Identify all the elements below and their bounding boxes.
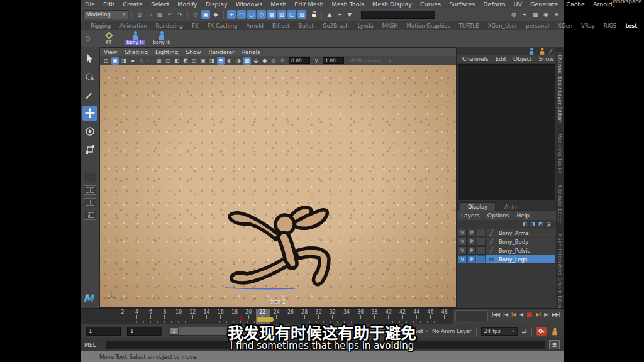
menu-item[interactable]: Surfaces xyxy=(449,1,475,8)
menu-item[interactable]: Display xyxy=(206,1,228,8)
snap-icon[interactable]: ◇ xyxy=(257,10,266,19)
menu-item[interactable]: Mesh Display xyxy=(372,1,412,8)
playback-button[interactable]: |◀ xyxy=(503,312,508,317)
exposure-field[interactable]: 0.00 xyxy=(289,57,310,64)
playback-button[interactable]: ■ xyxy=(526,311,532,318)
menu-item[interactable]: File xyxy=(85,1,95,8)
shelf-item-ft[interactable]: FT xyxy=(97,31,120,45)
history-icon[interactable]: ▼ xyxy=(345,10,354,19)
timeline-frame[interactable]: 2 xyxy=(116,309,130,324)
shelf-tab[interactable]: test xyxy=(625,23,637,29)
viewport-icon[interactable]: ▩ xyxy=(243,57,251,65)
shelf-tab[interactable]: MASH xyxy=(382,23,398,29)
viewport-icon[interactable]: ◫ xyxy=(191,57,198,65)
snap-icon[interactable]: + xyxy=(227,10,236,19)
layer-row[interactable]: V P ╱ Bony_Body xyxy=(458,238,555,246)
channel-box-menu-item[interactable]: Object xyxy=(513,56,531,62)
timeline-frame[interactable]: 8 xyxy=(158,309,172,324)
shelf-item-bony-ik-2[interactable]: bony ik xyxy=(150,31,173,45)
file-toolbar-icon[interactable]: ↶ xyxy=(165,10,174,19)
viewport-icon[interactable]: ◇ xyxy=(138,57,145,65)
viewport-icon[interactable]: ◓ xyxy=(217,57,225,65)
snap-icon[interactable]: ▦ xyxy=(267,10,276,19)
shelf-tab[interactable]: XGen xyxy=(558,23,572,29)
exposure-icon[interactable]: ☼ xyxy=(279,57,286,65)
menu-item[interactable]: Arnold xyxy=(593,1,613,8)
menu-item[interactable]: Windows xyxy=(236,1,262,8)
layer-name[interactable]: Bony_Pelvis xyxy=(497,246,555,255)
shelf-tab[interactable]: FX xyxy=(192,23,199,29)
shelf-tab[interactable]: Arnold xyxy=(246,23,264,29)
viewport-icon[interactable]: ◒ xyxy=(252,57,260,65)
script-editor-icon[interactable]: ≣ xyxy=(549,340,560,349)
history-icon[interactable]: + xyxy=(335,10,344,19)
viewport-icon[interactable]: ▭ xyxy=(147,57,154,65)
menu-item[interactable]: Edit Mesh xyxy=(294,1,323,8)
menu-item[interactable]: Edit xyxy=(103,1,114,8)
viewport-icon[interactable]: ● xyxy=(261,57,269,65)
rotate-tool[interactable] xyxy=(82,124,97,139)
single-pane-layout-button[interactable] xyxy=(84,173,96,182)
lock-selection-icon[interactable] xyxy=(309,10,318,19)
sidebar-tab[interactable]: XGen Interactive Groom Editor xyxy=(557,234,562,310)
menu-item[interactable]: Select xyxy=(151,1,169,8)
layer-color-swatch[interactable]: ▨ xyxy=(486,255,497,263)
file-toolbar-icon[interactable]: ↷ xyxy=(175,10,184,19)
layer-row[interactable]: V P ▨ Bony_Legs xyxy=(458,255,555,263)
snap-icon[interactable]: ◠ xyxy=(237,10,246,19)
layer-action-icon[interactable]: ◧ xyxy=(523,221,528,227)
loop-playback-icon[interactable]: ⇄ xyxy=(522,328,527,335)
time-slider-option-box[interactable] xyxy=(455,310,488,321)
layer-color-swatch[interactable]: ╱ xyxy=(486,238,497,246)
shelf-tab[interactable]: Rendering xyxy=(156,23,183,29)
paint-select-tool[interactable] xyxy=(82,87,97,102)
menu-item[interactable]: Generate xyxy=(530,1,558,8)
playback-button[interactable]: ▶| xyxy=(544,312,548,317)
render-icon[interactable]: ⊕ xyxy=(552,10,561,19)
two-pane-layout-button[interactable] xyxy=(84,198,96,207)
viewport-icon[interactable]: ▣ xyxy=(199,57,207,65)
layer-playback-toggle[interactable]: P xyxy=(467,246,476,255)
animation-preferences-icon[interactable] xyxy=(552,327,558,335)
timeline-frame[interactable]: 14 xyxy=(200,309,214,324)
viewport-icon[interactable]: ◑ xyxy=(235,57,242,65)
layer-editor-menu-item[interactable]: Options xyxy=(487,212,509,219)
layer-editor-menu-item[interactable]: Layers xyxy=(461,212,480,219)
scale-tool[interactable] xyxy=(82,142,97,157)
shelf-tab[interactable]: Rigging xyxy=(91,23,111,29)
timeline-frame[interactable]: 6 xyxy=(144,309,158,324)
layer-display-type-toggle[interactable] xyxy=(477,246,486,255)
selection-mask-icon[interactable]: ◆ xyxy=(211,10,220,19)
viewport-canvas[interactable]: trax-2 xyxy=(100,65,456,307)
layer-editor-menu-item[interactable]: Help xyxy=(517,212,530,219)
layer-action-icon[interactable]: ◪ xyxy=(546,221,551,227)
animation-home-icon[interactable] xyxy=(539,48,545,54)
viewport-icon[interactable]: ▢ xyxy=(164,57,172,65)
shelf-tab[interactable]: personal xyxy=(526,23,549,29)
channel-box-menu-item[interactable]: Edit xyxy=(496,56,506,62)
layer-display-type-toggle[interactable] xyxy=(477,229,486,237)
layer-editor-tab[interactable]: Display xyxy=(460,202,496,211)
shelf-tab[interactable]: Motion Graphics xyxy=(407,23,450,29)
viewport-icon[interactable]: ◫ xyxy=(103,57,110,65)
fps-dropdown[interactable]: 24 fps▾ xyxy=(481,327,518,336)
viewport-icon[interactable]: ◐ xyxy=(226,57,233,65)
viewport-menu-item[interactable]: Lighting xyxy=(155,49,178,55)
animation-start-field[interactable]: 1 xyxy=(127,327,162,336)
layer-name[interactable]: Bony_Body xyxy=(497,238,555,246)
move-tool[interactable] xyxy=(82,106,97,121)
viewport-icon[interactable]: ◨ xyxy=(120,57,128,65)
viewport-icon[interactable]: ◩ xyxy=(182,57,189,65)
menu-item[interactable]: Mesh xyxy=(270,1,286,8)
sidebar-tab[interactable]: Channel Box / Layer Editor xyxy=(557,52,562,124)
timeline-frame[interactable]: 12 xyxy=(186,309,199,324)
layer-visibility-toggle[interactable]: V xyxy=(458,246,467,255)
menu-set-dropdown[interactable]: Modeling▾ xyxy=(83,10,128,19)
shelf-tab[interactable]: Animation xyxy=(119,23,147,29)
viewport-menu-item[interactable]: Renderer xyxy=(209,49,235,55)
layer-color-swatch[interactable]: ╱ xyxy=(486,246,497,255)
sidebar-tab[interactable]: Modeling Toolkit xyxy=(557,134,562,174)
playback-button[interactable]: |◀◀ xyxy=(492,312,499,317)
menu-item[interactable]: Curves xyxy=(420,1,441,8)
layer-display-type-toggle[interactable] xyxy=(477,255,486,263)
